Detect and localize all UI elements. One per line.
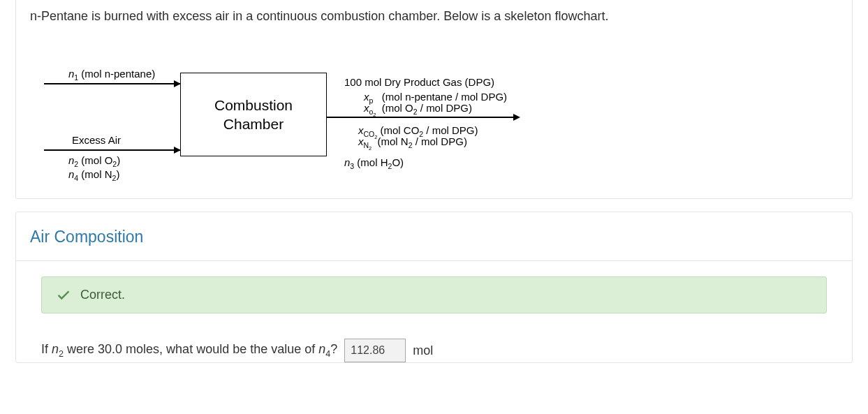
answer-input[interactable] [344, 339, 406, 362]
question-line: If n2 were 30.0 moles, what would be the… [41, 339, 827, 362]
section-title: Air Composition [16, 212, 852, 261]
input-top-label: n1 (mol n-pentane) [68, 68, 155, 82]
arrow-line [44, 83, 180, 84]
feedback-correct: Correct. [41, 276, 827, 313]
combustion-chamber-box: Combustion Chamber [180, 73, 327, 156]
box-line2: Chamber [223, 116, 284, 132]
output-line2: xo2 (mol O2 / mol DPG) [364, 102, 472, 119]
output-line5: n3 (mol H2O) [344, 156, 404, 170]
check-icon [56, 287, 71, 302]
arrow-line [44, 149, 180, 151]
input-bot-lines: n2 (mol O2) n4 (mol N2) [68, 154, 120, 182]
output-header: 100 mol Dry Product Gas (DPG) [344, 76, 494, 88]
question-text: If n2 were 30.0 moles, what would be the… [41, 342, 337, 359]
section-card: Air Composition Correct. If n2 were 30.0… [15, 212, 853, 363]
problem-card: n-Pentane is burned with excess air in a… [15, 0, 853, 199]
arrow-head-icon [513, 114, 520, 121]
output-line4: xN2 (mol N2 / mol DPG) [358, 135, 467, 152]
flowchart-diagram: n1 (mol n-pentane) Excess Air n2 (mol O2… [30, 59, 838, 191]
problem-text: n-Pentane is burned with excess air in a… [16, 0, 852, 31]
unit-label: mol [413, 343, 433, 358]
input-bot-header: Excess Air [72, 134, 121, 146]
feedback-text: Correct. [80, 288, 125, 302]
box-line1: Combustion [214, 97, 293, 113]
